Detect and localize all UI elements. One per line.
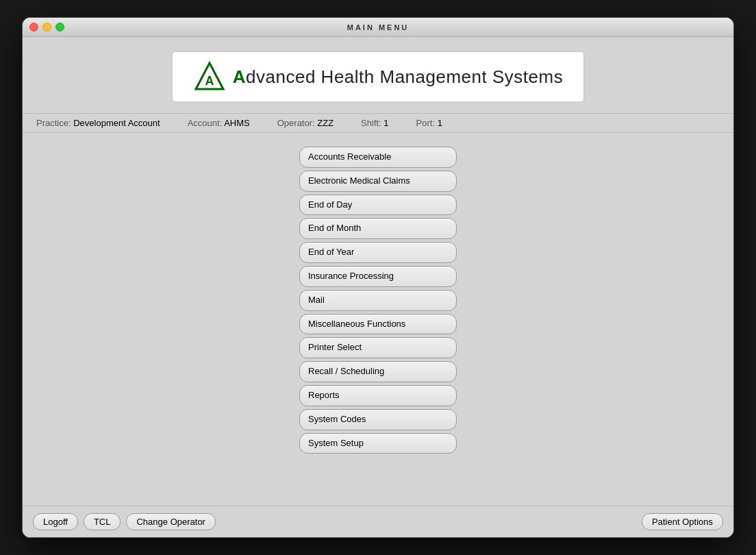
practice-label: Practice:	[36, 118, 71, 128]
menu-item-3[interactable]: End of Month	[299, 218, 457, 239]
logo-text: Advanced Health Management Systems	[233, 66, 563, 88]
port-info: Port: 1	[416, 118, 442, 128]
main-content: Accounts ReceivableElectronic Medical Cl…	[23, 133, 733, 506]
shift-info: Shift: 1	[361, 118, 388, 128]
operator-value: ZZZ	[317, 118, 333, 128]
title-bar: MAIN MENU	[23, 18, 733, 37]
main-window: MAIN MENU A Advanced Health Management S…	[22, 17, 734, 538]
svg-text:A: A	[205, 74, 214, 88]
menu-item-8[interactable]: Printer Select	[299, 337, 457, 358]
minimize-button[interactable]	[42, 23, 51, 32]
account-value: AHMS	[224, 118, 250, 128]
close-button[interactable]	[29, 23, 38, 32]
logo-area: A Advanced Health Management Systems	[23, 37, 733, 113]
window-title: MAIN MENU	[347, 23, 410, 32]
menu-item-0[interactable]: Accounts Receivable	[299, 147, 457, 168]
maximize-button[interactable]	[55, 23, 64, 32]
info-bar: Practice: Development Account Account: A…	[23, 113, 733, 133]
bottom-left-button-2[interactable]: Change Operator	[126, 513, 215, 530]
logo-rest: dvanced Health Management Systems	[246, 66, 563, 87]
account-info: Account: AHMS	[188, 118, 250, 128]
menu-item-7[interactable]: Miscellaneous Functions	[299, 314, 457, 335]
menu-item-11[interactable]: System Codes	[299, 409, 457, 430]
menu-item-12[interactable]: System Setup	[299, 433, 457, 454]
menu-item-6[interactable]: Mail	[299, 290, 457, 311]
bottom-bar: LogoffTCLChange Operator Patient Options	[23, 506, 733, 537]
menu-item-9[interactable]: Recall / Scheduling	[299, 361, 457, 382]
logo-first-char: A	[233, 66, 246, 87]
account-label: Account:	[188, 118, 223, 128]
port-value: 1	[438, 118, 442, 128]
operator-label: Operator:	[277, 118, 315, 128]
shift-label: Shift:	[361, 118, 381, 128]
logo-icon: A	[193, 60, 226, 93]
menu-item-10[interactable]: Reports	[299, 385, 457, 406]
practice-value: Development Account	[73, 118, 160, 128]
menu-list: Accounts ReceivableElectronic Medical Cl…	[299, 147, 457, 454]
menu-item-4[interactable]: End of Year	[299, 242, 457, 263]
practice-info: Practice: Development Account	[36, 118, 160, 128]
operator-info: Operator: ZZZ	[277, 118, 333, 128]
logo-box: A Advanced Health Management Systems	[171, 51, 585, 103]
patient-options-button[interactable]: Patient Options	[642, 513, 723, 530]
shift-value: 1	[383, 118, 388, 128]
menu-item-2[interactable]: End of Day	[299, 195, 457, 216]
bottom-left-buttons: LogoffTCLChange Operator	[33, 513, 216, 530]
port-label: Port:	[416, 118, 435, 128]
bottom-left-button-1[interactable]: TCL	[84, 513, 121, 530]
traffic-lights	[29, 23, 64, 32]
menu-item-1[interactable]: Electronic Medical Claims	[299, 171, 457, 192]
window-content: A Advanced Health Management Systems Pra…	[23, 37, 733, 537]
menu-item-5[interactable]: Insurance Processing	[299, 266, 457, 287]
bottom-left-button-0[interactable]: Logoff	[33, 513, 78, 530]
